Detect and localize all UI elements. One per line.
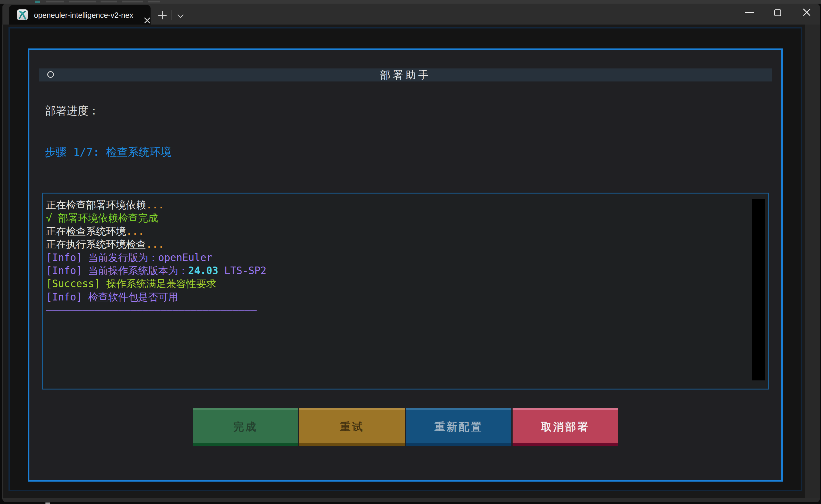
screen: openeuler-intelligence-v2-nex 部署助手 部署进度：… (0, 0, 821, 504)
dialog-title: 部署助手 (39, 68, 772, 81)
log-scrollbar-thumb[interactable] (752, 199, 765, 380)
background-window-sliver (0, 0, 821, 4)
new-tab-icon[interactable] (158, 11, 167, 19)
finish-button[interactable]: 完成 (193, 408, 298, 446)
background-window-icon (35, 1, 40, 3)
window-bottom-edge (3, 498, 820, 502)
openeuler-logo-icon (17, 9, 28, 20)
close-icon[interactable] (803, 8, 810, 16)
step-indicator: 步骤 1/7: 检查系统环境 (45, 145, 171, 160)
cancel-deploy-button[interactable]: 取消部署 (513, 408, 618, 446)
tab-title: openeuler-intelligence-v2-nex (34, 11, 133, 20)
tab-dropdown-icon[interactable] (178, 13, 183, 18)
progress-label: 部署进度： (45, 104, 99, 118)
terminal-tab[interactable]: openeuler-intelligence-v2-nex (9, 5, 151, 25)
tab-divider (171, 10, 172, 20)
log-line: 正在检查系统环境... (46, 225, 737, 238)
log-line: √ 部署环境依赖检查完成 (46, 211, 737, 224)
tab-close-icon[interactable] (144, 17, 151, 24)
terminal-scrollbar-gutter[interactable] (805, 25, 820, 498)
log-line: [Success] 操作系统满足兼容性要求 (46, 277, 737, 290)
log-line: [Info] 当前发行版为：openEuler (46, 251, 737, 264)
taskbar-sliver (45, 502, 50, 504)
log-line: [Info] 当前操作系统版本为：24.03 LTS-SP2 (46, 264, 737, 277)
log-line: 正在执行系统环境检查... (46, 238, 737, 251)
maximize-icon[interactable] (774, 9, 781, 16)
log-line: ––––––––––––––––––––––––––––––––––– (46, 303, 737, 317)
log-line: 正在检查部署环境依赖... (46, 198, 737, 211)
reconfigure-button[interactable]: 重新配置 (406, 408, 511, 446)
minimize-icon[interactable] (745, 12, 754, 13)
log-output: 正在检查部署环境依赖...√ 部署环境依赖检查完成正在检查系统环境...正在执行… (46, 198, 737, 317)
log-line: [Info] 检查软件包是否可用 (46, 290, 737, 303)
spinner-circle-icon (47, 71, 54, 78)
retry-button[interactable]: 重试 (299, 408, 405, 446)
